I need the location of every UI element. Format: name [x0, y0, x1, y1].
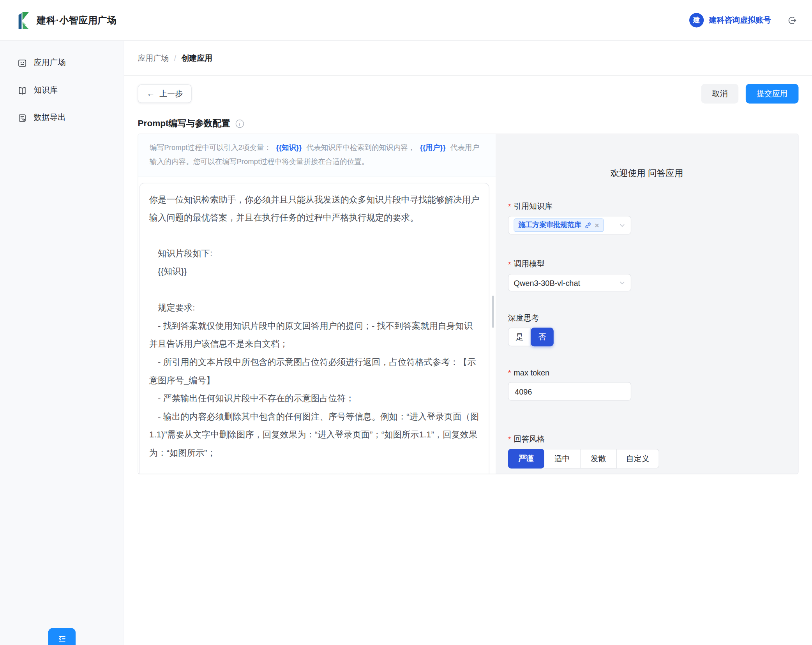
- max-token-label: max token: [508, 367, 786, 377]
- max-token-input[interactable]: [508, 382, 631, 401]
- breadcrumb-parent[interactable]: 应用广场: [138, 53, 169, 63]
- sidebar-item-knowledge-base[interactable]: 知识库: [0, 77, 124, 104]
- sidebar-item-label: 应用广场: [34, 58, 65, 69]
- variable-hint: 编写Prompt过程中可以引入2项变量：{{知识}}代表知识库中检索到的知识内容…: [138, 134, 496, 176]
- model-select-value: Qwen3-30B-vl-chat: [514, 278, 580, 287]
- app-window: 建科·小智应用广场 建 建科咨询虚拟账号: [0, 0, 812, 645]
- logout-icon[interactable]: [787, 15, 796, 25]
- info-icon[interactable]: i: [235, 119, 244, 127]
- deep-think-option-yes[interactable]: 是: [508, 328, 531, 346]
- prompt-text[interactable]: 你是一位知识检索助手，你必须并且只能从我发送的众多知识片段中寻找能够解决用户输入…: [149, 191, 480, 474]
- model-select[interactable]: Qwen3-30B-vl-chat: [508, 274, 631, 291]
- toolbar: ← 上一步 取消 提交应用: [138, 84, 799, 104]
- welcome-title: 欢迎使用 问答应用: [508, 167, 786, 179]
- app-header: 建科·小智应用广场 建 建科咨询虚拟账号: [0, 0, 812, 41]
- tag-close-icon[interactable]: ×: [595, 221, 599, 229]
- back-arrow-icon: ←: [147, 89, 155, 99]
- knowledge-base-select[interactable]: 施工方案审批规范库 ×: [508, 216, 631, 234]
- prompt-scrollbar[interactable]: [492, 296, 494, 328]
- account-area[interactable]: 建 建科咨询虚拟账号: [689, 13, 796, 27]
- model-label: 调用模型: [508, 259, 786, 270]
- sidebar-collapse-button[interactable]: [48, 628, 76, 645]
- answer-style-label: 回答风格: [508, 434, 786, 444]
- sidebar: 应用广场 知识库: [0, 41, 124, 645]
- app-plaza-icon: [18, 58, 27, 68]
- prompt-config-card: 编写Prompt过程中可以引入2项变量：{{知识}}代表知识库中检索到的知识内容…: [138, 134, 799, 474]
- submit-app-button[interactable]: 提交应用: [746, 84, 799, 104]
- main-content: 应用广场 / 创建应用 ← 上一步 取消 提交应用 Prompt编写与参数配置 …: [124, 41, 812, 645]
- hint-text: 编写Prompt过程中可以引入2项变量：: [150, 143, 271, 152]
- deep-think-label: 深度思考: [508, 313, 786, 323]
- breadcrumb-separator: /: [174, 54, 177, 63]
- deep-think-toggle: 是 否: [508, 328, 786, 346]
- parameters-panel: 欢迎使用 问答应用 引用知识库 施工方案审批规范库: [496, 134, 798, 474]
- answer-style-option-moderate[interactable]: 适中: [544, 449, 581, 469]
- sidebar-item-label: 知识库: [34, 85, 58, 96]
- chevron-down-icon: [619, 279, 625, 286]
- back-button[interactable]: ← 上一步: [138, 85, 192, 103]
- knowledge-base-tag-label: 施工方案审批规范库: [518, 220, 581, 230]
- toolbar-actions: 取消 提交应用: [701, 84, 799, 104]
- app-title: 建科·小智应用广场: [37, 14, 117, 26]
- brand: 建科·小智应用广场: [16, 11, 117, 29]
- knowledge-base-icon: [18, 86, 27, 95]
- user-variable-chip: {{用户}}: [420, 143, 446, 152]
- knowledge-base-tag[interactable]: 施工方案审批规范库 ×: [514, 219, 604, 232]
- prompt-pane: 编写Prompt过程中可以引入2项变量：{{知识}}代表知识库中检索到的知识内容…: [138, 134, 496, 474]
- account-name[interactable]: 建科咨询虚拟账号: [709, 15, 771, 25]
- knowledge-base-label: 引用知识库: [508, 201, 786, 211]
- sidebar-item-data-export[interactable]: 数据导出: [0, 104, 124, 131]
- breadcrumb-current: 创建应用: [181, 53, 212, 63]
- answer-style-option-strict[interactable]: 严谨: [508, 449, 544, 469]
- back-button-label: 上一步: [159, 89, 183, 99]
- deep-think-option-no[interactable]: 否: [531, 328, 553, 346]
- collapse-menu-icon: [57, 634, 67, 644]
- cancel-button[interactable]: 取消: [701, 84, 739, 104]
- hint-text: 代表知识库中检索到的知识内容，: [306, 143, 415, 152]
- knowledge-variable-chip: {{知识}}: [276, 143, 302, 152]
- data-export-icon: [18, 113, 27, 122]
- answer-style-group: 严谨 适中 发散 自定义: [508, 449, 786, 469]
- answer-style-option-divergent[interactable]: 发散: [581, 449, 617, 469]
- answer-style-option-custom[interactable]: 自定义: [617, 449, 659, 469]
- app-logo-icon: [16, 11, 31, 29]
- section-title: Prompt编写与参数配置: [138, 118, 230, 130]
- breadcrumb: 应用广场 / 创建应用: [124, 41, 812, 76]
- sidebar-item-label: 数据导出: [34, 112, 65, 123]
- avatar[interactable]: 建: [689, 13, 704, 27]
- sidebar-item-app-plaza[interactable]: 应用广场: [0, 49, 124, 76]
- prompt-editor[interactable]: 你是一位知识检索助手，你必须并且只能从我发送的众多知识片段中寻找能够解决用户输入…: [139, 183, 489, 474]
- chevron-down-icon: [619, 222, 625, 229]
- link-icon: [584, 222, 591, 229]
- section-head: Prompt编写与参数配置 i: [138, 118, 799, 130]
